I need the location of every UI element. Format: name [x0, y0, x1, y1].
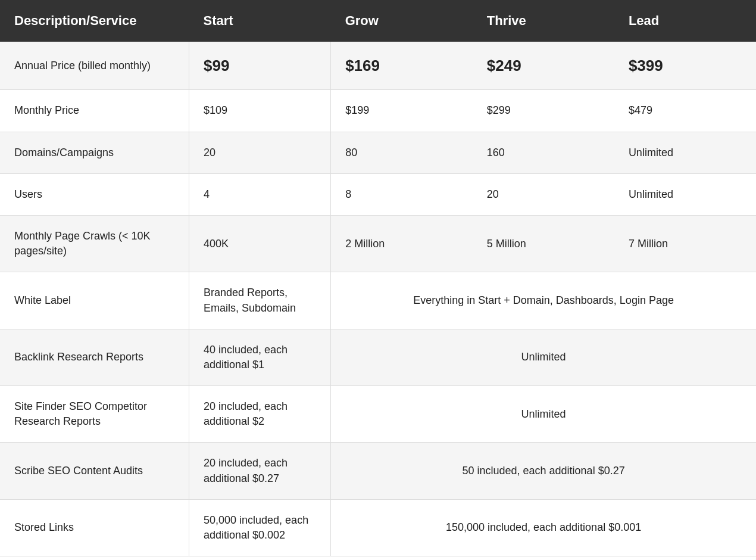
domains-lead: Unlimited: [614, 132, 756, 173]
monthly-price-grow: $199: [331, 90, 473, 132]
users-label: Users: [0, 173, 189, 215]
monthly-price-thrive: $299: [473, 90, 614, 132]
white-label-grow-thrive-lead: Everything in Start + Domain, Dashboards…: [331, 272, 756, 329]
monthly-price-label: Monthly Price: [0, 90, 189, 132]
users-grow: 8: [331, 173, 473, 215]
backlink-start: 40 included, each additional $1: [189, 329, 331, 385]
table-header-row: Description/Service Start Grow Thrive Le…: [0, 0, 756, 42]
site-finder-start: 20 included, each additional $2: [189, 386, 331, 443]
header-start: Start: [189, 0, 331, 42]
monthly-price-start: $109: [189, 90, 331, 132]
stored-links-label: Stored Links: [0, 499, 189, 556]
white-label-label: White Label: [0, 272, 189, 329]
white-label-row: White Label Branded Reports, Emails, Sub…: [0, 272, 756, 329]
page-crawls-lead: 7 Million: [614, 215, 756, 272]
site-finder-grow-thrive-lead: Unlimited: [331, 386, 756, 443]
stored-links-row: Stored Links 50,000 included, each addit…: [0, 499, 756, 556]
scribe-label: Scribe SEO Content Audits: [0, 443, 189, 499]
backlink-row: Backlink Research Reports 40 included, e…: [0, 329, 756, 385]
domains-row: Domains/Campaigns 20 80 160 Unlimited: [0, 132, 756, 173]
header-grow: Grow: [331, 0, 473, 42]
stored-links-grow-thrive-lead: 150,000 included, each additional $0.001: [331, 499, 756, 556]
users-start: 4: [189, 173, 331, 215]
domains-label: Domains/Campaigns: [0, 132, 189, 173]
domains-thrive: 160: [473, 132, 614, 173]
annual-price-grow: $169: [331, 42, 473, 90]
users-thrive: 20: [473, 173, 614, 215]
page-crawls-row: Monthly Page Crawls (< 10K pages/site) 4…: [0, 215, 756, 272]
page-crawls-label: Monthly Page Crawls (< 10K pages/site): [0, 215, 189, 272]
backlink-grow-thrive-lead: Unlimited: [331, 329, 756, 385]
pricing-table: Description/Service Start Grow Thrive Le…: [0, 0, 756, 556]
annual-price-lead: $399: [614, 42, 756, 90]
domains-start: 20: [189, 132, 331, 173]
scribe-start: 20 included, each additional $0.27: [189, 443, 331, 499]
domains-grow: 80: [331, 132, 473, 173]
annual-price-label: Annual Price (billed monthly): [0, 42, 189, 90]
monthly-price-row: Monthly Price $109 $199 $299 $479: [0, 90, 756, 132]
annual-price-row: Annual Price (billed monthly) $99 $169 $…: [0, 42, 756, 90]
annual-price-thrive: $249: [473, 42, 614, 90]
annual-price-start: $99: [189, 42, 331, 90]
users-row: Users 4 8 20 Unlimited: [0, 173, 756, 215]
page-crawls-start: 400K: [189, 215, 331, 272]
scribe-row: Scribe SEO Content Audits 20 included, e…: [0, 443, 756, 499]
scribe-grow-thrive-lead: 50 included, each additional $0.27: [331, 443, 756, 499]
header-description: Description/Service: [0, 0, 189, 42]
page-crawls-thrive: 5 Million: [473, 215, 614, 272]
backlink-label: Backlink Research Reports: [0, 329, 189, 385]
users-lead: Unlimited: [614, 173, 756, 215]
site-finder-row: Site Finder SEO Competitor Research Repo…: [0, 386, 756, 443]
site-finder-label: Site Finder SEO Competitor Research Repo…: [0, 386, 189, 443]
white-label-start: Branded Reports, Emails, Subdomain: [189, 272, 331, 329]
header-thrive: Thrive: [473, 0, 614, 42]
page-crawls-grow: 2 Million: [331, 215, 473, 272]
stored-links-start: 50,000 included, each additional $0.002: [189, 499, 331, 556]
header-lead: Lead: [614, 0, 756, 42]
monthly-price-lead: $479: [614, 90, 756, 132]
